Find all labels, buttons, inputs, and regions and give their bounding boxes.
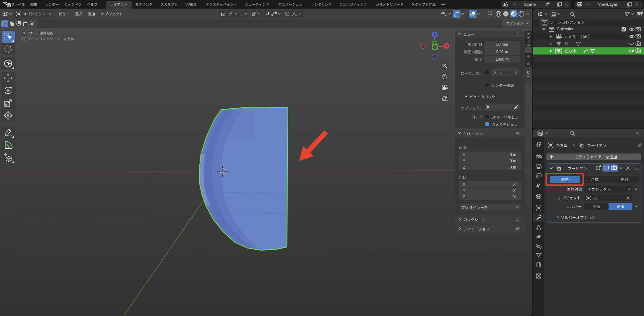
svg-text:Z: Z [434,33,436,36]
svg-text:X: X [446,44,448,48]
